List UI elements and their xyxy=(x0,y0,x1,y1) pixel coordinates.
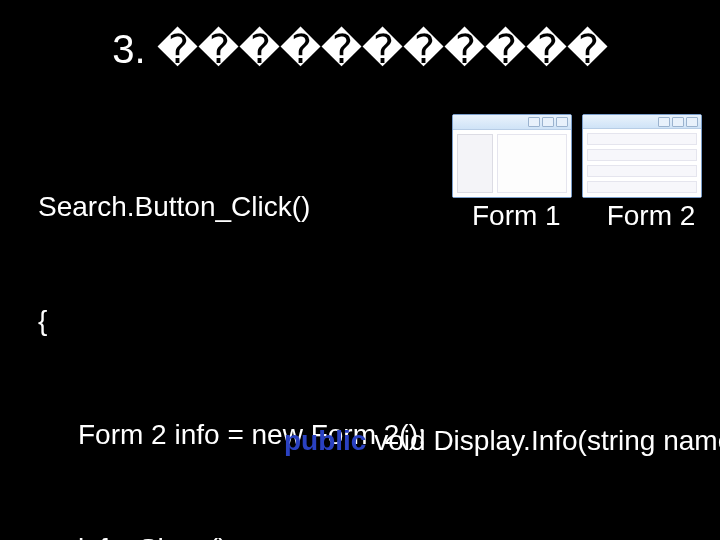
window-button-icon xyxy=(658,117,670,127)
form1-titlebar xyxy=(453,115,571,130)
form1-right-panel xyxy=(497,134,567,193)
form1-left-panel xyxy=(457,134,493,193)
form2-body xyxy=(583,129,701,197)
form2-thumbnail xyxy=(582,114,702,198)
form2-titlebar xyxy=(583,115,701,129)
window-thumbnails xyxy=(452,114,702,198)
code2-open-brace: { xyxy=(284,536,720,540)
form2-row xyxy=(587,133,697,145)
form1-body xyxy=(453,130,571,197)
form1-thumbnail xyxy=(452,114,572,198)
keyword-public: public xyxy=(284,425,366,456)
window-button-icon xyxy=(528,117,540,127)
code-block-2: public void Display.Info(string name) { … xyxy=(284,346,720,540)
window-button-icon xyxy=(672,117,684,127)
form1-label: Form 1 xyxy=(472,200,561,232)
form2-label: Form 2 xyxy=(607,200,696,232)
code2-sig-rest: void Display.Info(string name) xyxy=(366,425,720,456)
code2-signature: public void Display.Info(string name) xyxy=(284,422,720,460)
window-button-icon xyxy=(686,117,698,127)
slide-title: 3. ����������� xyxy=(0,26,720,72)
form2-row xyxy=(587,149,697,161)
code1-line-1: Search.Button_Click() xyxy=(38,188,444,226)
form2-row xyxy=(587,165,697,177)
form2-row xyxy=(587,181,697,193)
window-button-icon xyxy=(556,117,568,127)
window-button-icon xyxy=(542,117,554,127)
code1-line-2: { xyxy=(38,302,444,340)
form-labels: Form 1 Form 2 xyxy=(472,200,695,232)
